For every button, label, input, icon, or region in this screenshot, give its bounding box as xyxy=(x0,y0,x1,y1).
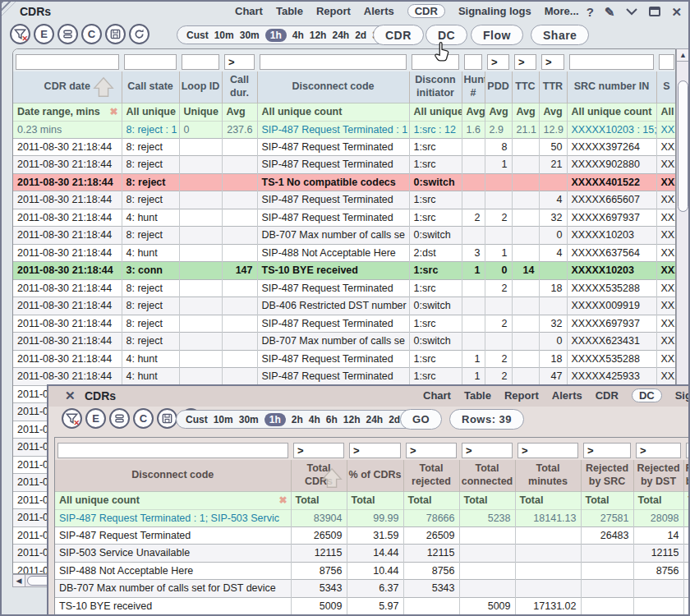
column-filter-input[interactable] xyxy=(260,54,407,70)
summary-value-cell[interactable]: 1:src : 12 xyxy=(409,121,462,138)
table-row[interactable]: 2011-08-30 21:18:448: rejectSIP-487 Requ… xyxy=(13,156,676,174)
summary-value-cell[interactable]: 27581 xyxy=(581,509,633,526)
refresh-button[interactable] xyxy=(129,24,150,44)
column-filter-input[interactable]: > xyxy=(349,443,401,458)
summary-mode-cell[interactable]: Unique xyxy=(179,103,222,121)
menu-item-table[interactable]: Table xyxy=(464,389,491,402)
column-header[interactable]: Loop ID xyxy=(179,71,222,103)
summary-mode-cell[interactable]: Avg xyxy=(222,103,257,121)
save-button[interactable] xyxy=(157,408,177,429)
summary-value-cell[interactable]: 99.99 xyxy=(347,509,403,526)
time-range-10m[interactable]: 10m xyxy=(214,30,234,41)
time-range-30m[interactable]: 30m xyxy=(239,414,259,425)
column-filter-input[interactable]: > xyxy=(583,443,631,458)
summary-mode-cell[interactable]: Avg xyxy=(462,103,485,121)
table-row[interactable]: 2011-08-30 21:18:444: huntSIP-487 Reques… xyxy=(13,350,676,368)
column-filter-input[interactable]: > xyxy=(462,443,513,458)
menu-item-more-[interactable]: More... xyxy=(545,5,579,17)
time-range-10m[interactable]: 10m xyxy=(214,414,233,425)
column-filter-input[interactable]: > xyxy=(518,443,578,458)
table-row[interactable]: 2011-08-30 21:18:448: rejectDB-707 Max n… xyxy=(13,227,676,245)
rows-layout-button[interactable] xyxy=(109,408,130,429)
summary-value-cell[interactable]: 2.9 xyxy=(485,121,512,138)
column-filter-input[interactable]: > xyxy=(514,54,536,70)
column-filter-input[interactable] xyxy=(16,54,119,70)
maximize-icon[interactable] xyxy=(649,7,660,16)
column-filter-input[interactable] xyxy=(182,54,219,70)
column-header[interactable]: S xyxy=(656,71,676,103)
column-header[interactable]: Disconnect code xyxy=(55,460,291,491)
column-filter-input[interactable]: > xyxy=(293,443,344,458)
table-row[interactable]: TS-10 BYE received50095.97500917131.02 xyxy=(55,597,690,615)
edit-icon[interactable]: ✎ xyxy=(605,6,615,18)
table-row[interactable]: 2011-08-30 21:18:448: rejectSIP-487 Requ… xyxy=(13,191,676,209)
column-filter-input[interactable] xyxy=(124,54,177,70)
column-header[interactable]: Total CDRs xyxy=(291,460,347,491)
close-icon[interactable]: ✕ xyxy=(671,6,682,18)
table-row[interactable]: 2011-08-30 21:18:444: huntSIP-487 Reques… xyxy=(13,368,676,386)
summary-value-cell[interactable]: SIP-487 Request Terminated : 1 xyxy=(257,121,409,138)
table-row[interactable]: SIP-488 Not Acceptable Here875610.448756… xyxy=(55,562,690,580)
summary-value-cell[interactable]: 0 xyxy=(179,121,222,138)
main-titlebar[interactable]: CDRs ChartTableReportAlertsCDRSignaling … xyxy=(2,2,688,22)
table-row[interactable]: 2011-08-30 21:18:444: huntSIP-487 Reques… xyxy=(13,209,676,227)
time-range-1h[interactable]: 1h xyxy=(265,29,287,42)
column-header[interactable]: SRC number IN xyxy=(567,71,656,103)
summary-mode-cell[interactable]: Avg xyxy=(512,103,539,121)
column-header[interactable]: CDR date xyxy=(13,71,122,103)
window-close-icon[interactable]: ✕ xyxy=(65,388,76,403)
column-header[interactable]: Total connected xyxy=(459,460,515,491)
table-row[interactable]: 2011-08-30 21:18:448: rejectSIP-487 Requ… xyxy=(13,279,676,297)
time-range-24h[interactable]: 24h xyxy=(332,30,349,41)
export-button[interactable]: E xyxy=(34,24,54,44)
summary-mode-cell[interactable]: All unique count xyxy=(567,103,656,121)
summary-value-cell[interactable]: 5238 xyxy=(459,509,515,526)
summary-value-cell[interactable]: 21.1 xyxy=(512,121,539,138)
summary-value-cell[interactable]: 0.23 mins xyxy=(13,121,122,138)
menu-item-report[interactable]: Report xyxy=(316,5,351,17)
menu-item-cdr[interactable]: CDR xyxy=(596,389,619,402)
summary-value-cell[interactable]: 18141.13 xyxy=(515,509,581,526)
summary-value-cell[interactable]: 12.9 xyxy=(539,121,567,138)
summary-mode-cell[interactable]: Total xyxy=(581,491,633,509)
summary-value-cell[interactable]: 78666 xyxy=(403,509,459,526)
menu-item-signaling-logs[interactable]: Signaling logs xyxy=(675,389,690,402)
column-filter-input[interactable]: > xyxy=(487,54,509,70)
column-filter-input[interactable] xyxy=(659,54,674,70)
column-header[interactable]: Rejected by DST xyxy=(633,460,683,491)
summary-mode-cell[interactable]: Total xyxy=(633,491,683,509)
table-row[interactable]: 2011-08-30 21:18:448: rejectDB-406 Restr… xyxy=(13,297,676,315)
menu-item-table[interactable]: Table xyxy=(276,5,303,17)
column-header[interactable]: Total minutes xyxy=(515,460,581,491)
column-filter-input[interactable]: > xyxy=(541,54,564,70)
column-header[interactable]: Rejected by SRC xyxy=(581,460,633,491)
menu-item-alerts[interactable]: Alerts xyxy=(364,5,394,17)
table-row[interactable]: SIP-487 Request Terminated2650931.592650… xyxy=(55,526,690,545)
time-range-4h[interactable]: 4h xyxy=(309,414,320,425)
table-row[interactable]: SIP-503 Service Unavailable1211514.44121… xyxy=(55,545,690,563)
column-filter-input[interactable] xyxy=(569,54,654,70)
summary-mode-cell[interactable]: Total xyxy=(403,491,459,509)
table-row[interactable]: 2011-08-30 21:18:444: huntSIP-488 Not Ac… xyxy=(13,244,676,262)
table-row[interactable]: 2011-08-30 21:18:448: rejectTS-1 No comp… xyxy=(13,173,676,191)
summary-value-cell[interactable]: SIP-487 Request Terminated : 1; SIP-503 … xyxy=(55,509,291,526)
time-range-cust[interactable]: Cust xyxy=(186,414,208,425)
summary-mode-cell[interactable]: All xyxy=(656,103,676,121)
column-filter-input[interactable] xyxy=(464,54,482,70)
summary-value-cell[interactable]: 83904 xyxy=(291,509,347,526)
summary-value-cell[interactable] xyxy=(683,509,690,526)
cdr-view-button[interactable]: CDR xyxy=(373,25,424,45)
time-range-2d[interactable]: 2d xyxy=(389,414,400,425)
column-header[interactable]: Rejected by xyxy=(683,460,690,491)
clear-summary-icon[interactable]: ✖ xyxy=(109,106,117,117)
summary-mode-cell[interactable]: All unique count xyxy=(257,103,409,121)
column-filter-input[interactable]: > xyxy=(636,443,681,458)
filter-clear-button[interactable]: ✕ xyxy=(10,24,30,44)
go-button[interactable]: GO xyxy=(400,409,442,430)
menu-item-report[interactable]: Report xyxy=(504,389,539,402)
time-range-12h[interactable]: 12h xyxy=(343,414,361,425)
collapse-icon[interactable] xyxy=(625,6,638,18)
summary-mode-cell[interactable]: All unique xyxy=(409,103,462,121)
menu-item-alerts[interactable]: Alerts xyxy=(552,389,582,402)
summary-mode-cell[interactable]: Total xyxy=(459,491,515,509)
